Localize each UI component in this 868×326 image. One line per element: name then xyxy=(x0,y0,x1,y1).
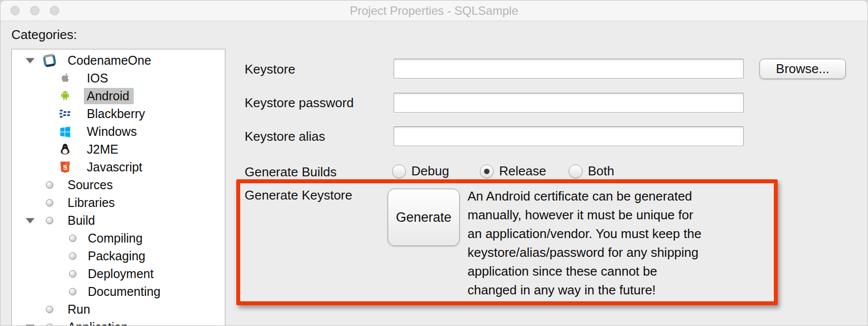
window-title: Project Properties - SQLSample xyxy=(0,0,868,21)
keystore-alias-label: Keystore alias xyxy=(245,129,325,144)
sphere-icon xyxy=(46,199,53,206)
sphere-icon xyxy=(46,324,53,326)
tree-item-compiling[interactable]: Compiling xyxy=(12,229,225,247)
expand-arrow-icon[interactable] xyxy=(26,218,35,223)
categories-label: Categories: xyxy=(11,27,77,42)
generate-keystore-label: Generate Keystore xyxy=(245,188,352,203)
tree-item-windows[interactable]: Windows xyxy=(12,122,225,140)
project-properties-window: Project Properties - SQLSample Categorie… xyxy=(0,0,868,326)
tree-item-run[interactable]: Run xyxy=(12,300,225,318)
radio-both-control[interactable] xyxy=(569,164,582,178)
expand-arrow-icon[interactable] xyxy=(26,58,35,63)
j2me-icon xyxy=(58,142,72,156)
generate-builds-label: Generate Builds xyxy=(245,164,336,180)
tree-item-documenting[interactable]: Documenting xyxy=(12,283,225,300)
tree-item-packaging[interactable]: Packaging xyxy=(12,247,225,265)
keystore-label: Keystore xyxy=(245,62,295,77)
keystore-description-text: An Android certificate can be generated … xyxy=(468,187,763,299)
sphere-icon xyxy=(69,252,76,260)
tree-item-ios[interactable]: IOS xyxy=(12,69,225,87)
browse-button[interactable]: Browse... xyxy=(760,59,846,79)
sphere-icon xyxy=(69,270,76,278)
categories-tree: CodenameOne IOS xyxy=(11,49,225,326)
android-icon xyxy=(58,89,72,103)
radio-debug-control[interactable] xyxy=(392,164,406,178)
sphere-icon xyxy=(69,288,76,295)
radio-release[interactable]: Release xyxy=(480,163,546,179)
tree-item-application[interactable]: Application xyxy=(12,318,225,326)
radio-both[interactable]: Both xyxy=(569,163,615,179)
tree-item-blackberry[interactable]: Blackberry xyxy=(12,105,225,122)
tree-item-libraries[interactable]: Libraries xyxy=(12,194,225,211)
sphere-icon xyxy=(46,217,53,224)
sphere-icon xyxy=(69,235,76,242)
tree-item-j2me[interactable]: J2ME xyxy=(12,140,225,158)
tree-item-javascript[interactable]: 5 Javascript xyxy=(12,158,225,176)
windows-icon xyxy=(58,124,72,138)
codenameone-logo xyxy=(42,53,57,68)
tree-item-codenameone[interactable]: CodenameOne xyxy=(12,51,225,69)
tree-item-android[interactable]: Android xyxy=(12,87,225,105)
tree-item-deployment[interactable]: Deployment xyxy=(12,265,225,283)
radio-debug[interactable]: Debug xyxy=(392,163,449,179)
radio-release-control[interactable] xyxy=(480,164,494,178)
sphere-icon xyxy=(46,181,53,189)
generate-button[interactable]: Generate xyxy=(388,189,460,246)
keystore-input[interactable] xyxy=(394,59,744,79)
keystore-alias-input[interactable] xyxy=(394,126,744,146)
keystore-password-label: Keystore password xyxy=(245,95,354,111)
sphere-icon xyxy=(46,306,53,313)
apple-icon xyxy=(58,71,72,85)
tree-item-sources[interactable]: Sources xyxy=(12,176,225,194)
tree-item-build[interactable]: Build xyxy=(12,211,225,229)
blackberry-icon xyxy=(58,107,72,121)
javascript-icon: 5 xyxy=(58,160,72,174)
svg-text:5: 5 xyxy=(63,163,67,171)
keystore-password-input[interactable] xyxy=(394,93,744,113)
title-bar: Project Properties - SQLSample xyxy=(0,0,868,21)
